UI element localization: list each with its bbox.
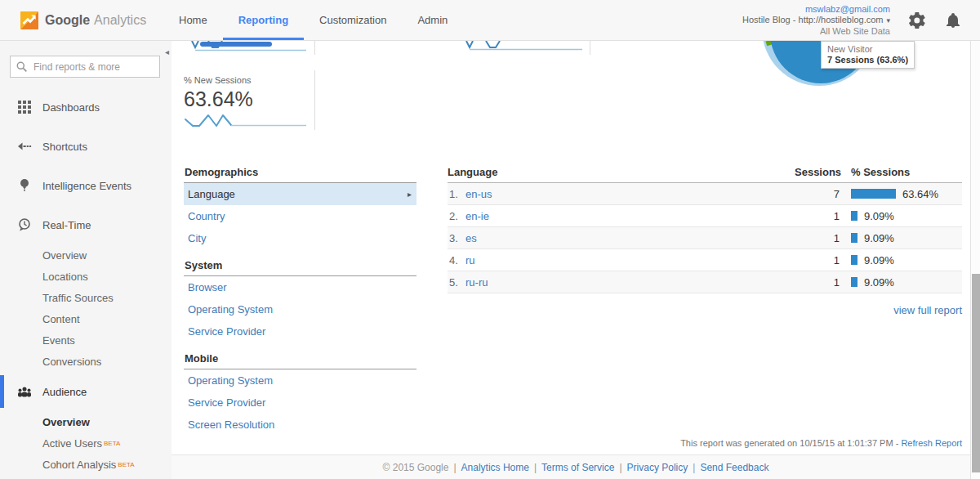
search-input[interactable] bbox=[10, 56, 160, 78]
sparkline-highlight-bar bbox=[200, 42, 272, 47]
google-analytics-app: Google Analytics Home Reporting Customiz… bbox=[0, 0, 980, 479]
sidebar-subitem-events[interactable]: Events bbox=[0, 329, 172, 351]
table-row: 3.es 1 9.09% bbox=[448, 227, 962, 249]
footer-separator: | bbox=[693, 462, 695, 473]
sidebar-subitem-cohort-analysis[interactable]: Cohort AnalysisBETA bbox=[0, 454, 172, 475]
percent-bar bbox=[851, 189, 896, 199]
active-section-indicator bbox=[0, 375, 4, 408]
percent-value: 9.09% bbox=[864, 276, 894, 289]
chevron-right-icon: ▸ bbox=[408, 190, 412, 199]
dashboards-grid-icon bbox=[16, 101, 33, 114]
section-title-system: System bbox=[184, 255, 416, 276]
menu-item-screen-resolution[interactable]: Screen Resolution bbox=[184, 414, 416, 436]
scrollbar-thumb[interactable] bbox=[972, 274, 980, 472]
pie-tooltip: New Visitor 7 Sessions (63.6%) bbox=[821, 41, 915, 69]
sessions-value: 1 bbox=[795, 232, 840, 244]
nav-tab-reporting[interactable]: Reporting bbox=[223, 0, 304, 40]
footer-link-send-feedback[interactable]: Send Feedback bbox=[700, 462, 768, 473]
menu-item-language[interactable]: Language ▸ bbox=[184, 183, 416, 205]
column-header-pct-sessions[interactable]: % Sessions bbox=[840, 166, 962, 178]
vertical-scrollbar[interactable] bbox=[970, 41, 980, 479]
menu-item-city[interactable]: City bbox=[184, 227, 416, 249]
view-full-report-link[interactable]: view full report bbox=[448, 304, 962, 316]
logo[interactable]: Google Analytics bbox=[0, 0, 163, 40]
language-link[interactable]: ru-ru bbox=[466, 276, 488, 289]
row-rank: 4. bbox=[448, 254, 466, 266]
language-link[interactable]: es bbox=[466, 232, 477, 244]
sidebar-nav: Dashboards Shortcuts Intelligence Events… bbox=[0, 87, 172, 475]
nav-tab-admin[interactable]: Admin bbox=[402, 0, 463, 40]
column-header-sessions[interactable]: Sessions bbox=[795, 166, 840, 178]
percent-value: 9.09% bbox=[864, 254, 894, 266]
refresh-report-link[interactable]: Refresh Report bbox=[901, 438, 962, 448]
product-name: Analytics bbox=[94, 13, 146, 28]
analytics-logo-icon bbox=[20, 11, 38, 29]
menu-item-mobile-operating-system[interactable]: Operating System bbox=[184, 369, 416, 392]
account-switcher[interactable]: mswlabz@gmail.com Hostile Blog - http://… bbox=[742, 4, 890, 37]
sidebar: ◂ Dashboards Shortcuts bbox=[0, 41, 172, 479]
footer-link-privacy-policy[interactable]: Privacy Policy bbox=[627, 462, 688, 473]
sidebar-subitem-overview[interactable]: Overview bbox=[0, 244, 172, 266]
sidebar-collapse-icon[interactable]: ◂ bbox=[165, 47, 169, 56]
percent-value: 63.64% bbox=[902, 188, 938, 200]
sidebar-subitem-locations[interactable]: Locations bbox=[0, 266, 172, 287]
audience-subnav: Overview Active UsersBETA Cohort Analysi… bbox=[0, 411, 172, 475]
sessions-value: 1 bbox=[795, 276, 840, 289]
menu-item-operating-system[interactable]: Operating System bbox=[184, 298, 416, 320]
nav-tab-home[interactable]: Home bbox=[163, 0, 223, 40]
footer-link-terms-of-service[interactable]: Terms of Service bbox=[541, 462, 614, 473]
language-link[interactable]: en-ie bbox=[466, 210, 489, 222]
sessions-value: 1 bbox=[795, 254, 840, 266]
table-row: 2.en-ie 1 9.09% bbox=[448, 205, 962, 227]
percent-value: 9.09% bbox=[864, 210, 894, 222]
metric-label: % New Sessions bbox=[184, 75, 314, 85]
table-row: 5.ru-ru 1 9.09% bbox=[448, 271, 962, 293]
sidebar-subitem-content[interactable]: Content bbox=[0, 308, 172, 329]
sidebar-item-dashboards[interactable]: Dashboards bbox=[0, 87, 172, 127]
beta-badge: BETA bbox=[104, 440, 120, 447]
settings-button[interactable] bbox=[908, 11, 926, 29]
beta-badge: BETA bbox=[118, 461, 134, 468]
language-link[interactable]: en-us bbox=[466, 188, 492, 200]
table-row: 4.ru 1 9.09% bbox=[448, 249, 962, 271]
language-link[interactable]: ru bbox=[466, 254, 475, 266]
section-title-mobile: Mobile bbox=[184, 348, 416, 369]
column-header-language[interactable]: Language bbox=[448, 166, 795, 178]
sessions-value: 1 bbox=[795, 210, 840, 222]
metric-sparkline bbox=[184, 113, 314, 129]
sidebar-item-audience[interactable]: Audience bbox=[0, 372, 172, 411]
new-sessions-metric[interactable]: % New Sessions 63.64% bbox=[184, 70, 315, 130]
sidebar-item-label: Real-Time bbox=[42, 219, 91, 231]
sidebar-item-shortcuts[interactable]: Shortcuts bbox=[0, 127, 172, 166]
percent-bar bbox=[851, 255, 858, 265]
sidebar-item-intelligence-events[interactable]: Intelligence Events bbox=[0, 166, 172, 205]
sidebar-item-real-time[interactable]: Real-Time bbox=[0, 205, 172, 244]
percent-bar bbox=[851, 233, 858, 243]
footer-link-analytics-home[interactable]: Analytics Home bbox=[461, 462, 529, 473]
sidebar-item-label: Intelligence Events bbox=[42, 180, 131, 192]
notifications-button[interactable] bbox=[944, 11, 962, 29]
search-icon bbox=[16, 61, 27, 72]
dimension-menu: Demographics Language ▸ Country City Sys… bbox=[184, 162, 416, 436]
menu-item-browser[interactable]: Browser bbox=[184, 276, 416, 298]
sidebar-item-label: Audience bbox=[42, 386, 87, 398]
menu-item-service-provider[interactable]: Service Provider bbox=[184, 320, 416, 342]
account-email: mswlabz@gmail.com bbox=[742, 4, 890, 15]
percent-bar bbox=[851, 211, 858, 221]
sidebar-subitem-active-users[interactable]: Active UsersBETA bbox=[0, 432, 172, 454]
table-row: 1.en-us 7 63.64% bbox=[448, 183, 962, 205]
sidebar-subitem-conversions[interactable]: Conversions bbox=[0, 351, 172, 372]
section-title-demographics: Demographics bbox=[184, 162, 416, 183]
sidebar-item-label: Shortcuts bbox=[42, 141, 87, 153]
percent-value: 9.09% bbox=[864, 232, 894, 244]
audience-people-icon bbox=[16, 386, 33, 397]
sessions-value: 7 bbox=[795, 188, 840, 200]
main-content: New Visitor 7 Sessions (63.6%) % New Ses… bbox=[172, 41, 980, 479]
sidebar-subitem-traffic-sources[interactable]: Traffic Sources bbox=[0, 287, 172, 308]
metric-sparkline-box-cropped bbox=[453, 41, 590, 55]
sidebar-subitem-audience-overview[interactable]: Overview bbox=[0, 411, 172, 432]
menu-item-country[interactable]: Country bbox=[184, 205, 416, 227]
nav-tab-customization[interactable]: Customization bbox=[304, 0, 402, 40]
menu-item-mobile-service-provider[interactable]: Service Provider bbox=[184, 392, 416, 414]
real-time-clock-icon bbox=[16, 218, 33, 231]
